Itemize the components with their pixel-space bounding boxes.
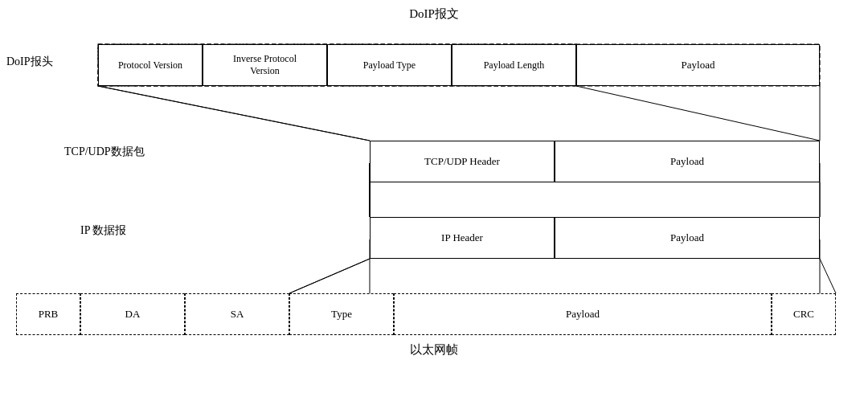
ip-label: IP 数据报 [80, 223, 126, 238]
prb-box: PRB [16, 293, 80, 335]
svg-line-1 [98, 86, 370, 141]
doip-header-label: DoIP报头 [6, 55, 53, 69]
payload-eth-box: Payload [394, 293, 772, 335]
payload-ip-box: Payload [555, 217, 820, 259]
tcp-label: TCP/UDP数据包 [64, 145, 145, 159]
svg-line-11 [98, 86, 370, 141]
crc-box: CRC [772, 293, 836, 335]
svg-line-17 [289, 259, 370, 293]
sa-box: SA [185, 293, 289, 335]
protocol-version-box: Protocol Version [98, 44, 203, 86]
ethernet-label: 以太网帧 [0, 342, 868, 358]
payload-tcp-box: Payload [555, 141, 820, 182]
doip-title: DoIP报文 [0, 6, 868, 22]
da-box: DA [80, 293, 185, 335]
payload-type-box: Payload Type [327, 44, 452, 86]
inverse-protocol-version-box: Inverse ProtocolVersion [203, 44, 327, 86]
payload-doip-box: Payload [576, 44, 820, 86]
diagram: DoIP报文 DoIP报头 Protocol Version Inverse P… [0, 0, 868, 405]
payload-length-box: Payload Length [452, 44, 576, 86]
tcp-header-box: TCP/UDP Header [370, 141, 555, 182]
svg-line-15 [289, 259, 370, 293]
type-box: Type [289, 293, 394, 335]
svg-line-16 [820, 259, 836, 293]
svg-line-2 [576, 86, 820, 141]
ip-header-box: IP Header [370, 217, 555, 259]
